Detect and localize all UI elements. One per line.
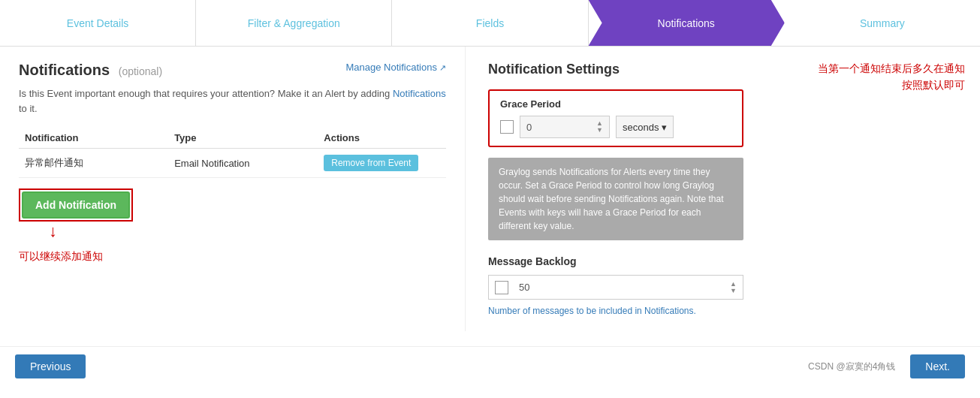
annotation-arrow: ↓ <box>49 222 446 241</box>
notifications-table: Notification Type Actions 异常邮件通知 Email N… <box>19 128 446 178</box>
nav-event-details[interactable]: Event Details <box>0 0 196 46</box>
nav-filter-aggregation[interactable]: Filter & Aggregation <box>196 0 392 46</box>
csdn-watermark: CSDN @寂寞的4角钱 <box>808 360 895 373</box>
seconds-dropdown[interactable]: seconds ▾ <box>616 116 674 138</box>
backlog-spinner-icon[interactable]: ▲ ▼ <box>730 281 737 294</box>
nav-notifications-label: Notifications <box>658 17 715 29</box>
grace-period-label: Grace Period <box>500 98 731 110</box>
backlog-checkbox[interactable] <box>495 281 508 294</box>
col-header-notification: Notification <box>19 128 168 149</box>
notification-actions: Remove from Event <box>318 149 446 178</box>
add-notification-button[interactable]: Add Notification <box>22 191 130 219</box>
grace-period-description: Graylog sends Notifications for Alerts e… <box>488 158 743 240</box>
bottom-bar: Previous CSDN @寂寞的4角钱 Next. <box>0 346 980 386</box>
message-backlog-label: Message Backlog <box>488 255 957 267</box>
manage-notifications-link[interactable]: Manage Notifications <box>346 62 446 73</box>
notifications-link[interactable]: Notifications <box>393 88 446 99</box>
page-description: Is this Event important enough that requ… <box>19 86 446 116</box>
grace-period-row: 0 ▲ ▼ seconds ▾ <box>500 116 731 138</box>
previous-button[interactable]: Previous <box>15 354 86 378</box>
main-content: Manage Notifications Notifications (opti… <box>0 47 980 331</box>
notification-type: Email Notification <box>168 149 318 178</box>
backlog-description: Number of messages to be included in Not… <box>488 306 743 316</box>
nav-filter-aggregation-label: Filter & Aggregation <box>248 17 340 29</box>
grace-period-box: Grace Period 0 ▲ ▼ seconds ▾ <box>488 89 743 147</box>
col-header-type: Type <box>168 128 318 149</box>
page-title: Notifications <box>19 62 110 78</box>
title-row: Manage Notifications Notifications (opti… <box>19 62 446 79</box>
table-row: 异常邮件通知 Email Notification Remove from Ev… <box>19 149 446 178</box>
message-backlog-row: 50 ▲ ▼ <box>488 275 743 300</box>
next-button[interactable]: Next. <box>910 354 965 378</box>
right-panel: 当第一个通知结束后多久在通知 按照默认即可 Notification Setti… <box>466 47 980 331</box>
col-header-actions: Actions <box>318 128 446 149</box>
nav-event-details-label: Event Details <box>67 17 128 29</box>
annotation-text: 可以继续添加通知 <box>19 250 446 264</box>
grace-period-input[interactable]: 0 ▲ ▼ <box>520 116 610 138</box>
nav-summary-label: Summary <box>860 17 905 29</box>
left-panel: Manage Notifications Notifications (opti… <box>0 47 466 331</box>
annotation-top-right: 当第一个通知结束后多久在通知 按照默认即可 <box>818 60 965 94</box>
remove-from-event-button[interactable]: Remove from Event <box>324 155 418 171</box>
top-navigation: Event Details Filter & Aggregation Field… <box>0 0 980 47</box>
grace-period-checkbox[interactable] <box>500 120 514 134</box>
nav-summary[interactable]: Summary <box>785 0 980 46</box>
nav-fields[interactable]: Fields <box>392 0 588 46</box>
page-title-optional: (optional) <box>119 65 162 77</box>
chevron-down-icon: ▾ <box>662 122 667 133</box>
add-notification-wrapper: Add Notification <box>19 188 133 222</box>
nav-notifications[interactable]: Notifications <box>589 0 785 46</box>
backlog-value: 50 <box>514 279 724 296</box>
nav-fields-label: Fields <box>476 17 504 29</box>
spinner-icon[interactable]: ▲ ▼ <box>596 120 603 134</box>
notification-name: 异常邮件通知 <box>19 149 168 178</box>
